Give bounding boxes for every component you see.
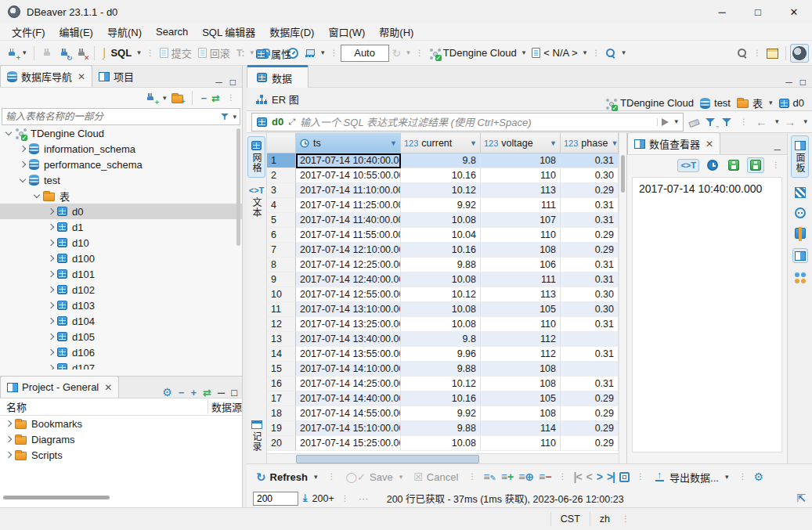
cell-current[interactable]: 10.12 [401,287,481,302]
table-row[interactable]: 132017-07-14 13:40:00.0009.8112 [267,332,619,347]
tree-item-表[interactable]: 表 [0,188,242,204]
minimize-view-icon[interactable]: ─ [218,388,225,398]
rollback-button[interactable]: 回滚 [195,43,233,63]
next-row-icon[interactable]: > [597,471,602,482]
cell-ts[interactable]: 2017-07-14 14:55:00.000 [296,406,401,421]
new-folder-icon[interactable]: + [171,95,183,103]
forward-icon[interactable]: → [784,116,796,128]
grid-hscroll-track[interactable] [267,453,619,463]
cell-voltage[interactable]: 113 [481,183,561,198]
delete-row-icon[interactable]: ≡− [539,471,551,482]
table-row[interactable]: 112017-07-14 13:10:00.00010.081050.30 [267,302,619,317]
row-number[interactable]: 15 [267,362,296,377]
save-value-button[interactable] [726,158,742,172]
cell-phase[interactable]: 0.31 [561,198,619,213]
cell-ts[interactable]: 2017-07-14 11:55:00.000 [296,228,401,243]
cell-current[interactable]: 9.92 [401,406,481,421]
row-number[interactable]: 12 [267,317,296,332]
cell-ts[interactable]: 2017-07-14 10:55:00.000 [296,168,401,183]
chevron-down-icon[interactable]: ▾ [674,118,678,125]
table-row[interactable]: 22017-07-14 10:55:00.00010.161100.30 [267,168,619,183]
cell-phase[interactable]: 0.29 [561,421,619,436]
row-number[interactable]: 17 [267,391,296,406]
cell-current[interactable]: 9.88 [401,421,481,436]
global-search-button[interactable] [734,45,751,61]
collapse-icon[interactable] [5,129,12,135]
cell-current[interactable]: 10.16 [401,391,481,406]
edit-row-icon[interactable]: ≡✎ [483,471,496,482]
cell-phase[interactable]: 0.29 [561,228,619,243]
table-row[interactable]: 42017-07-14 11:25:00.0009.921110.31 [267,198,619,213]
table-row[interactable]: 182017-07-14 14:55:00.0009.921080.29 [267,406,619,421]
clear-filter-icon[interactable] [688,119,700,128]
cell-phase[interactable]: 0.29 [561,391,619,406]
cell-phase[interactable]: 0.31 [561,347,619,362]
cell-current[interactable]: 10.08 [401,213,481,228]
chevron-down-icon[interactable]: ▼ [470,139,477,147]
sql-filter-placeholder[interactable]: 输入一个 SQL 表达式来过滤结果 (使用 Ctrl+Space) [300,114,652,129]
cell-ts[interactable]: 2017-07-14 13:25:00.000 [296,317,401,332]
grid-hscroll-thumb[interactable] [296,455,479,463]
cell-current[interactable]: 9.8 [401,153,481,168]
cell-phase[interactable] [561,362,619,377]
table-row[interactable]: 142017-07-14 13:55:00.0009.961120.31 [267,347,619,362]
cell-current[interactable]: 9.88 [401,258,481,272]
cell-current[interactable]: 10.08 [401,272,481,287]
cell-current[interactable]: 9.88 [401,362,481,377]
minimize-editor-icon[interactable]: ─ [785,78,792,87]
expand-icon[interactable] [20,146,26,152]
cell-phase[interactable]: 0.31 [561,213,619,228]
cell-voltage[interactable]: 105 [481,391,561,406]
tab-project-general[interactable]: Project - General ✕ [0,376,119,398]
chevron-down-icon[interactable]: ▾ [137,49,141,56]
cell-phase[interactable]: 0.30 [561,287,619,302]
maximize-button[interactable]: □ [740,0,776,23]
add-row-icon[interactable]: ≡+ [501,471,514,482]
tab-projects[interactable]: 项目 [92,65,140,87]
table-row[interactable]: 72017-07-14 12:10:00.00010.161080.29 [267,243,619,258]
table-row[interactable]: 122017-07-14 13:25:00.00010.081100.31 [267,317,619,332]
table-row[interactable]: 32017-07-14 11:10:00.00010.121130.29 [267,183,619,198]
cell-voltage[interactable]: 108 [481,362,561,377]
minimize-view-icon[interactable]: ─ [215,78,222,87]
cell-ts[interactable]: 2017-07-14 11:40:00.000 [296,213,401,228]
chevron-down-icon[interactable]: ▾ [725,474,729,481]
connect-button[interactable] [38,45,56,61]
first-row-icon[interactable]: |< [573,471,581,482]
active-database-selector[interactable]: < N/A > ▾ [529,45,590,61]
fetch-page-icon[interactable] [619,472,630,482]
cell-ts[interactable]: 2017-07-14 12:10:00.000 [296,243,401,258]
reconnect-button[interactable]: ↻ [56,45,73,61]
last-row-icon[interactable]: >| [607,471,615,482]
grouping-panel-icon[interactable] [795,228,806,239]
cell-phase[interactable]: 0.31 [561,258,619,272]
tab-value-viewer[interactable]: 数值查看器 ✕ [627,132,720,154]
cell-phase[interactable]: 0.31 [561,153,619,168]
table-row[interactable]: 82017-07-14 12:25:00.0009.881060.31 [267,258,619,272]
menu-item[interactable]: 文件(F) [5,23,52,41]
tab-database-navigator[interactable]: 数据库导航 ✕ [0,65,92,87]
close-button[interactable]: ✕ [776,0,812,23]
cell-voltage[interactable]: 108 [481,153,561,168]
save-value-as-button[interactable] [747,157,764,173]
column-header-datasource[interactable]: 数据源 [208,399,242,414]
value-viewer-content[interactable]: 2017-07-14 10:40:00.000 [632,177,782,452]
cell-phase[interactable]: 0.30 [561,168,619,183]
auto-commit-select[interactable]: Auto [341,45,389,62]
maximize-editor-icon[interactable]: □ [800,78,806,87]
expand-icon[interactable] [48,287,54,293]
expand-icon[interactable] [48,334,54,340]
project-item-Scripts[interactable]: Scripts [0,447,242,463]
fetch-more-label[interactable]: 200+ [312,493,334,504]
cell-current[interactable]: 10.08 [401,302,481,317]
cell-phase[interactable]: 0.29 [561,436,619,451]
expand-icon[interactable] [48,255,54,261]
menu-item[interactable]: 数据库(D) [262,23,321,41]
cancel-button[interactable]: ☒ Cancel [410,469,461,485]
cell-voltage[interactable]: 112 [481,332,561,347]
row-number[interactable]: 11 [267,302,296,317]
row-number[interactable]: 16 [267,377,296,391]
close-icon[interactable]: ✕ [78,71,85,82]
new-connection-button[interactable]: + ▾ [3,45,30,61]
cell-voltage[interactable]: 113 [481,287,561,302]
